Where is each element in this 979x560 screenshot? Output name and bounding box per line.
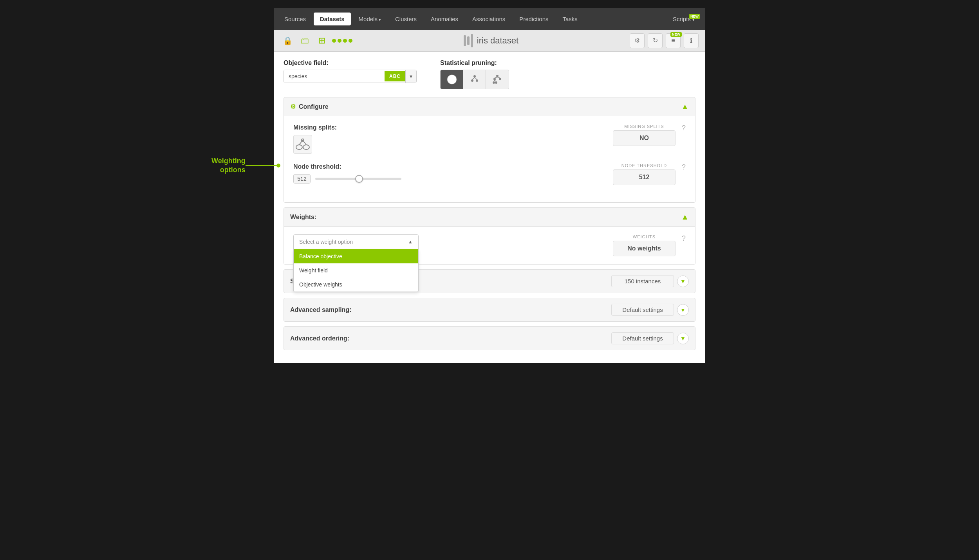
- advanced-sampling-right: Default settings ▼: [611, 304, 689, 316]
- callout-dot: [276, 164, 280, 167]
- chart-bars-icon: [464, 34, 473, 47]
- toolbar: 🔒 🗃 ⊞ iris dataset ⚙ ↻ ≡ NEW ℹ: [274, 30, 705, 52]
- weights-dropdown-container: Select a weight option ▲ Balance objecti…: [293, 234, 419, 249]
- sampling-value: 150 instances: [611, 275, 674, 287]
- node-threshold-value-label: NODE THRESHOLD: [621, 163, 667, 168]
- nav-scripts[interactable]: Scripts NEW: [667, 13, 701, 25]
- weight-dropdown-menu: Balance objective Weight field Objective…: [293, 249, 419, 292]
- weight-option-objective[interactable]: Objective weights: [294, 277, 418, 292]
- missing-splits-value-label: MISSING SPLITS: [624, 124, 664, 129]
- nav-item-associations[interactable]: Associations: [466, 13, 511, 25]
- weight-select-trigger[interactable]: Select a weight option ▲: [293, 234, 419, 249]
- dataset-title: iris dataset: [356, 34, 627, 47]
- node-threshold-left: Node threshold: 512: [293, 163, 401, 184]
- pruning-btn-tree2[interactable]: [486, 70, 509, 89]
- weight-dropdown-wrapper: Select a weight option ▲ Balance objecti…: [293, 234, 419, 249]
- node-threshold-slider[interactable]: [315, 178, 401, 180]
- weights-value-box: WEIGHTS No weights: [613, 234, 676, 256]
- node-threshold-value: 512: [613, 169, 676, 185]
- list-new-badge: NEW: [670, 32, 682, 37]
- svg-line-6: [475, 77, 477, 79]
- configure-section: ⚙ Configure ▲ Missing splits:: [284, 97, 695, 203]
- weights-value-label: WEIGHTS: [633, 234, 656, 239]
- advanced-ordering-value: Default settings: [611, 332, 674, 344]
- pruning-btn-ml[interactable]: ml: [441, 70, 463, 89]
- missing-splits-help[interactable]: ?: [682, 124, 686, 132]
- svg-line-13: [497, 77, 500, 78]
- advanced-sampling-toggle[interactable]: ▼: [677, 304, 689, 316]
- node-threshold-right: NODE THRESHOLD 512 ?: [613, 163, 686, 185]
- configure-body: Missing splits:: [284, 116, 695, 202]
- list-button[interactable]: ≡ NEW: [666, 33, 681, 48]
- svg-text:ml: ml: [449, 77, 454, 82]
- configure-toggle[interactable]: ▲: [681, 102, 689, 111]
- weights-label: Weights:: [290, 214, 316, 221]
- sampling-right: 150 instances ▼: [611, 275, 689, 287]
- advanced-ordering-row: Advanced ordering: Default settings ▼: [284, 326, 695, 350]
- node-threshold-help[interactable]: ?: [682, 163, 686, 171]
- weight-select-placeholder: Select a weight option: [299, 239, 353, 245]
- nav-item-datasets[interactable]: Datasets: [314, 13, 351, 25]
- configure-header-left: ⚙ Configure: [290, 103, 329, 110]
- weight-option-field[interactable]: Weight field: [294, 263, 418, 277]
- missing-splits-label: Missing splits:: [293, 124, 337, 131]
- dataset-icon[interactable]: ⊞: [315, 34, 329, 48]
- weights-header-left: Weights:: [290, 214, 316, 221]
- nav-item-anomalies[interactable]: Anomalies: [424, 13, 464, 25]
- info-button[interactable]: ℹ: [684, 33, 699, 48]
- svg-point-7: [496, 75, 499, 77]
- configure-icon: ⚙: [290, 103, 296, 110]
- missing-splits-value-box: MISSING SPLITS NO: [613, 124, 676, 146]
- database-icon[interactable]: 🗃: [298, 34, 312, 48]
- advanced-ordering-label: Advanced ordering:: [290, 335, 349, 342]
- nav-item-models[interactable]: Models: [352, 13, 387, 25]
- weights-section-header[interactable]: Weights: ▲: [284, 208, 695, 226]
- nav-item-predictions[interactable]: Predictions: [513, 13, 555, 25]
- weights-toggle[interactable]: ▲: [681, 212, 689, 221]
- pruning-buttons: ml: [440, 70, 509, 89]
- callout-weighting-options: Weightingoptions: [211, 157, 280, 175]
- svg-point-11: [495, 81, 497, 84]
- weight-arrow-up-icon: ▲: [408, 239, 413, 245]
- svg-line-5: [472, 77, 475, 79]
- pruning-btn-tree1[interactable]: [463, 70, 486, 89]
- toolbar-right: ⚙ ↻ ≡ NEW ℹ: [630, 33, 699, 48]
- objective-field-select[interactable]: species ABC ▾: [284, 70, 417, 83]
- scripts-new-badge: NEW: [689, 14, 700, 19]
- svg-point-8: [493, 78, 496, 80]
- lock-icon[interactable]: 🔒: [280, 34, 294, 48]
- progress-dots: [332, 39, 352, 43]
- statistical-pruning-group: Statistical pruning: ml: [440, 59, 509, 89]
- weights-help[interactable]: ?: [682, 234, 686, 243]
- slider-row: 512: [293, 174, 401, 184]
- configure-section-header[interactable]: ⚙ Configure ▲: [284, 97, 695, 116]
- refresh-button[interactable]: ↻: [648, 33, 663, 48]
- svg-point-3: [471, 79, 473, 82]
- svg-line-15: [495, 80, 496, 81]
- configure-label: Configure: [299, 103, 329, 110]
- statistical-pruning-label: Statistical pruning:: [440, 59, 509, 67]
- nav-item-sources[interactable]: Sources: [278, 13, 312, 25]
- field-type-badge: ABC: [385, 71, 405, 81]
- objective-field-group: Objective field: species ABC ▾: [284, 59, 417, 83]
- weights-content-row: Select a weight option ▲ Balance objecti…: [293, 234, 686, 256]
- top-navigation: Sources Datasets Models Clusters Anomali…: [274, 8, 705, 30]
- weights-value: No weights: [613, 241, 676, 256]
- field-row: Objective field: species ABC ▾ Statistic…: [284, 59, 695, 89]
- missing-splits-row: Missing splits:: [293, 124, 686, 154]
- field-select-arrow[interactable]: ▾: [405, 70, 416, 83]
- weight-option-balance[interactable]: Balance objective: [294, 249, 418, 263]
- advanced-sampling-label: Advanced sampling:: [290, 306, 351, 313]
- svg-point-17: [303, 145, 309, 149]
- svg-line-12: [495, 77, 497, 78]
- svg-point-10: [493, 81, 495, 84]
- svg-point-9: [499, 78, 501, 80]
- nav-item-clusters[interactable]: Clusters: [389, 13, 423, 25]
- objective-field-label: Objective field:: [284, 59, 417, 67]
- sampling-toggle-btn[interactable]: ▼: [677, 275, 689, 287]
- slider-current-value: 512: [293, 174, 311, 184]
- nav-item-tasks[interactable]: Tasks: [556, 13, 583, 25]
- settings-button[interactable]: ⚙: [630, 33, 645, 48]
- advanced-ordering-toggle[interactable]: ▼: [677, 333, 689, 344]
- node-threshold-value-box: NODE THRESHOLD 512: [613, 163, 676, 185]
